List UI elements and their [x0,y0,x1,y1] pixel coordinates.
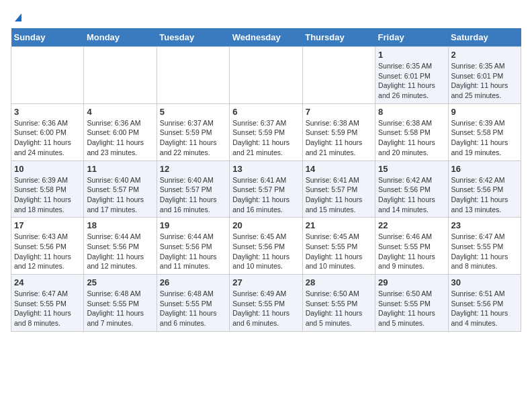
day-number: 1 [378,50,445,60]
day-info: Sunrise: 6:51 AM Sunset: 5:56 PM Dayligh… [451,289,518,328]
day-info: Sunrise: 6:47 AM Sunset: 5:55 PM Dayligh… [14,289,81,328]
calendar-cell: 21Sunrise: 6:45 AM Sunset: 5:55 PM Dayli… [302,218,375,275]
logo [11,11,24,23]
calendar-cell: 13Sunrise: 6:41 AM Sunset: 5:57 PM Dayli… [230,161,302,218]
day-info: Sunrise: 6:45 AM Sunset: 5:55 PM Dayligh… [306,232,372,271]
day-number: 21 [306,220,372,230]
calendar-cell: 14Sunrise: 6:41 AM Sunset: 5:57 PM Dayli… [302,161,375,218]
day-info: Sunrise: 6:44 AM Sunset: 5:56 PM Dayligh… [87,232,153,271]
calendar-cell: 17Sunrise: 6:43 AM Sunset: 5:56 PM Dayli… [11,218,84,275]
calendar-cell: 22Sunrise: 6:46 AM Sunset: 5:55 PM Dayli… [375,218,448,275]
day-info: Sunrise: 6:49 AM Sunset: 5:55 PM Dayligh… [232,289,299,328]
day-info: Sunrise: 6:38 AM Sunset: 5:58 PM Dayligh… [378,118,445,158]
calendar-header-friday: Friday [375,28,448,47]
calendar-body: 1Sunrise: 6:35 AM Sunset: 6:01 PM Daylig… [11,47,521,332]
day-info: Sunrise: 6:40 AM Sunset: 5:57 PM Dayligh… [87,175,153,215]
day-number: 29 [378,277,445,287]
calendar-cell: 5Sunrise: 6:37 AM Sunset: 5:59 PM Daylig… [157,103,229,161]
day-number: 11 [87,164,153,174]
calendar-cell: 19Sunrise: 6:44 AM Sunset: 5:56 PM Dayli… [157,218,229,275]
page-header [11,11,521,23]
day-number: 26 [160,277,226,287]
day-number: 30 [451,277,518,287]
day-info: Sunrise: 6:38 AM Sunset: 5:59 PM Dayligh… [306,118,372,158]
day-info: Sunrise: 6:39 AM Sunset: 5:58 PM Dayligh… [451,118,518,158]
calendar-header-sunday: Sunday [11,28,84,47]
calendar-cell [157,47,229,104]
calendar-header-monday: Monday [84,28,157,47]
day-number: 15 [378,164,445,174]
day-number: 6 [232,107,299,117]
calendar-cell: 29Sunrise: 6:50 AM Sunset: 5:55 PM Dayli… [375,275,448,332]
calendar-cell: 7Sunrise: 6:38 AM Sunset: 5:59 PM Daylig… [302,103,375,161]
day-number: 27 [232,277,299,287]
calendar-cell: 24Sunrise: 6:47 AM Sunset: 5:55 PM Dayli… [11,275,84,332]
calendar-cell [84,47,157,104]
calendar-cell: 26Sunrise: 6:48 AM Sunset: 5:55 PM Dayli… [157,275,229,332]
calendar-cell: 23Sunrise: 6:47 AM Sunset: 5:55 PM Dayli… [448,218,521,275]
calendar-cell: 28Sunrise: 6:50 AM Sunset: 5:55 PM Dayli… [302,275,375,332]
day-number: 25 [87,277,153,287]
calendar-cell: 8Sunrise: 6:38 AM Sunset: 5:58 PM Daylig… [375,103,448,161]
day-info: Sunrise: 6:48 AM Sunset: 5:55 PM Dayligh… [87,289,153,328]
calendar-header-saturday: Saturday [448,28,521,47]
day-info: Sunrise: 6:36 AM Sunset: 6:00 PM Dayligh… [14,118,81,158]
day-number: 10 [14,164,81,174]
day-info: Sunrise: 6:50 AM Sunset: 5:55 PM Dayligh… [306,289,372,328]
day-info: Sunrise: 6:37 AM Sunset: 5:59 PM Dayligh… [232,118,299,158]
day-number: 19 [160,220,226,230]
day-number: 14 [306,164,372,174]
calendar-cell: 4Sunrise: 6:36 AM Sunset: 6:00 PM Daylig… [84,103,157,161]
calendar-cell: 2Sunrise: 6:35 AM Sunset: 6:01 PM Daylig… [448,47,521,104]
day-number: 7 [306,107,372,117]
day-number: 28 [306,277,372,287]
day-number: 24 [14,277,81,287]
day-number: 18 [87,220,153,230]
calendar-cell: 10Sunrise: 6:39 AM Sunset: 5:58 PM Dayli… [11,161,84,218]
day-info: Sunrise: 6:50 AM Sunset: 5:55 PM Dayligh… [378,289,445,328]
calendar-cell: 11Sunrise: 6:40 AM Sunset: 5:57 PM Dayli… [84,161,157,218]
calendar-cell: 16Sunrise: 6:42 AM Sunset: 5:56 PM Dayli… [448,161,521,218]
calendar-cell: 6Sunrise: 6:37 AM Sunset: 5:59 PM Daylig… [230,103,302,161]
day-info: Sunrise: 6:42 AM Sunset: 5:56 PM Dayligh… [378,175,445,215]
day-info: Sunrise: 6:36 AM Sunset: 6:00 PM Dayligh… [87,118,153,158]
day-info: Sunrise: 6:37 AM Sunset: 5:59 PM Dayligh… [160,118,226,158]
calendar-header-tuesday: Tuesday [157,28,229,47]
day-number: 20 [232,220,299,230]
calendar-cell: 3Sunrise: 6:36 AM Sunset: 6:00 PM Daylig… [11,103,84,161]
calendar-cell [230,47,302,104]
calendar-header-wednesday: Wednesday [230,28,302,47]
calendar-cell: 1Sunrise: 6:35 AM Sunset: 6:01 PM Daylig… [375,47,448,104]
day-info: Sunrise: 6:45 AM Sunset: 5:56 PM Dayligh… [232,232,299,271]
day-info: Sunrise: 6:48 AM Sunset: 5:55 PM Dayligh… [160,289,226,328]
day-number: 3 [14,107,81,117]
day-info: Sunrise: 6:46 AM Sunset: 5:55 PM Dayligh… [378,232,445,271]
logo-triangle-icon [12,11,24,23]
day-number: 23 [451,220,518,230]
day-info: Sunrise: 6:41 AM Sunset: 5:57 PM Dayligh… [232,175,299,215]
day-number: 13 [232,164,299,174]
calendar-cell [302,47,375,104]
calendar-cell: 25Sunrise: 6:48 AM Sunset: 5:55 PM Dayli… [84,275,157,332]
calendar-cell: 15Sunrise: 6:42 AM Sunset: 5:56 PM Dayli… [375,161,448,218]
calendar-cell: 30Sunrise: 6:51 AM Sunset: 5:56 PM Dayli… [448,275,521,332]
day-number: 16 [451,164,518,174]
day-number: 4 [87,107,153,117]
calendar-table: SundayMondayTuesdayWednesdayThursdayFrid… [11,28,521,332]
day-info: Sunrise: 6:42 AM Sunset: 5:56 PM Dayligh… [451,175,518,215]
day-info: Sunrise: 6:35 AM Sunset: 6:01 PM Dayligh… [451,61,518,101]
day-number: 22 [378,220,445,230]
svg-marker-0 [15,13,21,21]
calendar-cell: 9Sunrise: 6:39 AM Sunset: 5:58 PM Daylig… [448,103,521,161]
calendar-cell: 18Sunrise: 6:44 AM Sunset: 5:56 PM Dayli… [84,218,157,275]
day-number: 9 [451,107,518,117]
day-info: Sunrise: 6:41 AM Sunset: 5:57 PM Dayligh… [306,175,372,215]
calendar-header: SundayMondayTuesdayWednesdayThursdayFrid… [11,28,521,47]
day-info: Sunrise: 6:44 AM Sunset: 5:56 PM Dayligh… [160,232,226,271]
day-info: Sunrise: 6:47 AM Sunset: 5:55 PM Dayligh… [451,232,518,271]
calendar-header-thursday: Thursday [302,28,375,47]
calendar-cell: 12Sunrise: 6:40 AM Sunset: 5:57 PM Dayli… [157,161,229,218]
day-number: 17 [14,220,81,230]
day-info: Sunrise: 6:35 AM Sunset: 6:01 PM Dayligh… [378,61,445,101]
day-info: Sunrise: 6:39 AM Sunset: 5:58 PM Dayligh… [14,175,81,215]
